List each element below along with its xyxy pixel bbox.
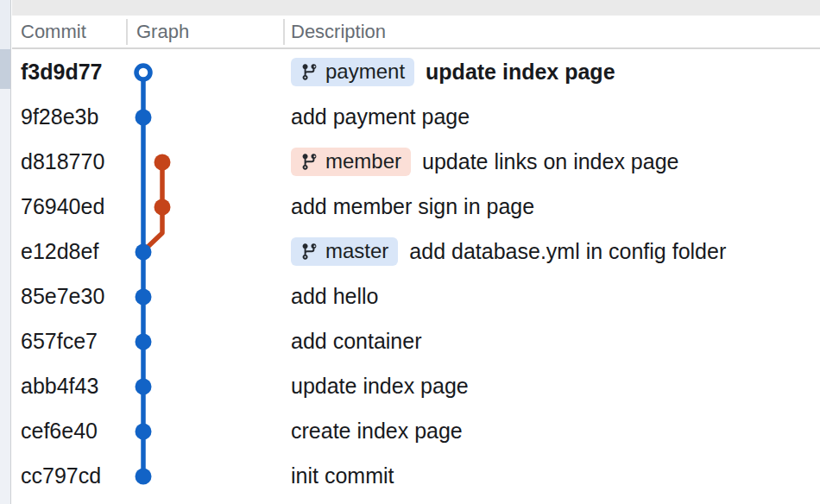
column-header-graph[interactable]: Graph [126,21,283,43]
commit-hash: 76940ed [12,194,126,219]
commit-hash: 9f28e3b [12,104,126,129]
branch-badge-member[interactable]: member [291,148,411,176]
commit-node [136,244,152,261]
commit-message: add member sign in page [291,194,534,219]
commit-message: add database.yml in config folder [409,239,726,264]
git-branch-icon [300,153,319,171]
commit-hash: abb4f43 [12,374,126,399]
branch-badge-payment[interactable]: payment [291,58,414,86]
branch-badge-master[interactable]: master [291,237,398,266]
commit-message: add container [291,329,422,354]
commit-description: create index page [283,419,820,444]
commit-message: create index page [291,419,463,444]
commit-message: update index page [291,374,469,399]
commit-description: init commit [283,463,820,488]
commit-description: add payment page [283,104,820,129]
commit-node [136,469,152,485]
commit-description: add hello [283,284,820,309]
commit-list: f3d9d77paymentupdate index page9f28e3bad… [12,49,820,504]
commit-hash: 85e7e30 [12,284,126,309]
commit-description: masteradd database.yml in config folder [283,237,820,266]
adjacent-panel-edge [0,0,11,504]
branch-badge-label: member [325,149,401,173]
column-header-commit[interactable]: Commit [12,21,126,43]
commit-message: add hello [291,284,378,309]
commit-node [136,379,152,395]
commit-description: paymentupdate index page [283,58,820,86]
commit-description: add member sign in page [283,194,820,219]
commit-description: add container [283,329,820,354]
commit-hash: 657fce7 [12,329,126,354]
commit-node [155,199,171,216]
commit-message: add payment page [291,104,470,129]
commit-message: init commit [291,463,394,488]
commit-node [136,334,152,350]
commit-graph [126,49,283,504]
history-table-panel: Commit Graph Description f3d9d77paymentu… [12,0,820,504]
commit-description: memberupdate links on index page [283,148,820,176]
commit-node [155,154,171,171]
column-header-description[interactable]: Description [283,21,820,43]
git-branch-icon [300,243,319,261]
commit-message: update links on index page [422,149,678,174]
commit-description: update index page [283,374,820,399]
commit-hash: f3d9d77 [12,60,126,85]
branch-badge-label: master [325,239,388,263]
table-header: Commit Graph Description [12,16,820,49]
git-branch-icon [300,63,319,81]
commit-node [136,110,152,126]
toolbar-strip [12,0,820,16]
commit-node [136,289,152,306]
commit-history-window: Commit Graph Description f3d9d77paymentu… [0,0,820,504]
commit-hash: d818770 [12,149,126,174]
head-commit-node [136,66,150,79]
commit-hash: cef6e40 [12,419,126,444]
panel-edge-top [0,0,10,49]
commit-hash: cc797cd [12,463,126,488]
scrollbar-thumb[interactable] [0,49,10,89]
commit-node [136,424,152,440]
branch-badge-label: payment [325,60,405,84]
commit-hash: e12d8ef [12,239,126,264]
commit-message: update index page [426,60,615,85]
